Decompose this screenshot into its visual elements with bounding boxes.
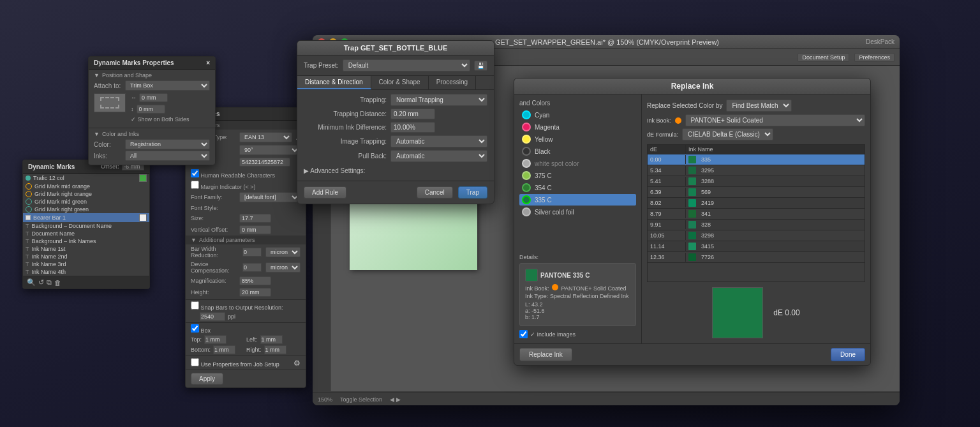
snap-value-input[interactable] bbox=[200, 312, 225, 321]
y-offset-input[interactable] bbox=[137, 105, 165, 114]
inks-select[interactable]: All bbox=[125, 151, 210, 161]
table-row[interactable]: 0.00 335 bbox=[648, 154, 865, 165]
ink-book-label: Ink Book: bbox=[647, 117, 671, 124]
list-item[interactable]: Grid Mark right green bbox=[23, 206, 149, 213]
color-row-magenta[interactable]: Magenta bbox=[519, 121, 636, 133]
table-row[interactable]: 10.05 3298 bbox=[648, 230, 865, 241]
right-input[interactable] bbox=[264, 345, 286, 354]
min-ink-diff-input[interactable] bbox=[390, 122, 435, 133]
attach-to-select[interactable]: Trim Box bbox=[125, 80, 210, 91]
search-icon[interactable]: 🔍 bbox=[27, 278, 36, 287]
human-readable-option: Human Readable Characters bbox=[186, 168, 306, 180]
ink-book-select[interactable]: PANTONE+ Solid Coated bbox=[685, 114, 865, 126]
font-family-select[interactable]: [default font] bbox=[239, 192, 301, 202]
table-row[interactable]: 11.14 3415 bbox=[648, 241, 865, 252]
item-text-icon: T bbox=[26, 223, 29, 229]
device-comp-unit-select[interactable]: micron bbox=[265, 262, 301, 273]
apply-button[interactable]: Apply bbox=[191, 373, 223, 385]
left-input[interactable] bbox=[260, 335, 283, 344]
color-row-silver-foil[interactable]: Silver cold foil bbox=[519, 206, 636, 218]
add-rule-button[interactable]: Add Rule bbox=[304, 186, 346, 199]
table-row[interactable]: 8.79 341 bbox=[648, 209, 865, 220]
color-row-black[interactable]: Black bbox=[519, 146, 636, 157]
trap-button[interactable]: Trap bbox=[458, 186, 487, 199]
dmp-close[interactable]: × bbox=[206, 59, 210, 66]
vertical-offset-input[interactable] bbox=[239, 225, 271, 234]
table-row[interactable]: 5.34 3295 bbox=[648, 165, 865, 176]
margin-indicator-checkbox[interactable] bbox=[191, 181, 199, 189]
color-row-cyan[interactable]: Cyan bbox=[519, 109, 636, 121]
list-item[interactable]: T Ink Name 4th bbox=[23, 268, 149, 276]
image-trapping-label: Image Trapping: bbox=[304, 138, 387, 145]
trapping-select[interactable]: Normal Trapping bbox=[390, 94, 487, 106]
tab-processing[interactable]: Processing bbox=[429, 76, 476, 89]
trapping-distance-input[interactable] bbox=[390, 109, 435, 119]
swatch-icon bbox=[688, 232, 696, 239]
barcode-type-select[interactable]: EAN 13 bbox=[239, 132, 292, 142]
color-row-375c[interactable]: 375 C bbox=[519, 170, 636, 181]
box-checkbox[interactable] bbox=[191, 324, 199, 333]
table-row[interactable]: 8.02 2419 bbox=[648, 198, 865, 209]
done-button[interactable]: Done bbox=[831, 348, 865, 361]
trap-dialog: Trap GET_SET_BOTTLE_BLUE Trap Preset: De… bbox=[297, 40, 494, 204]
pull-back-select[interactable]: Automatic bbox=[390, 150, 487, 162]
table-row[interactable]: 9.91 328 bbox=[648, 220, 865, 230]
height-input[interactable] bbox=[239, 288, 271, 297]
cancel-button[interactable]: Cancel bbox=[417, 186, 453, 199]
list-item[interactable]: T Ink Name 3rd bbox=[23, 260, 149, 268]
ink-table-body: 0.00 335 5.34 3295 5.41 3288 bbox=[647, 154, 865, 282]
replace-by-select[interactable]: Find Best Match bbox=[726, 100, 792, 112]
bar-width-unit-select[interactable]: micron bbox=[265, 247, 301, 257]
artboard-nav[interactable]: ◀ ▶ bbox=[390, 396, 401, 403]
statusbar: 150% Toggle Selection ◀ ▶ bbox=[313, 393, 900, 405]
delete-icon[interactable]: 🗑 bbox=[54, 279, 61, 287]
table-row[interactable]: 5.41 3288 bbox=[648, 176, 865, 187]
table-row[interactable]: 12.36 7726 bbox=[648, 252, 865, 263]
trap-preset-select[interactable]: Default bbox=[343, 59, 470, 71]
advanced-settings-toggle[interactable]: ▶ Advanced Settings: bbox=[304, 165, 487, 177]
rotate-icon[interactable]: ↺ bbox=[38, 278, 44, 287]
color-row-yellow[interactable]: Yellow bbox=[519, 133, 636, 145]
ink-name-cell: 328 bbox=[699, 220, 865, 229]
list-item-bearer-bar[interactable]: Bearer Bar 1 bbox=[23, 213, 149, 222]
list-item[interactable]: T Document Name bbox=[23, 230, 149, 237]
trap-preset-save-btn[interactable]: 💾 bbox=[474, 61, 487, 71]
snap-bars-checkbox[interactable] bbox=[191, 301, 199, 310]
list-item[interactable]: Grid Mark mid orange bbox=[23, 183, 149, 190]
size-input[interactable] bbox=[239, 214, 271, 223]
table-row[interactable]: 6.39 569 bbox=[648, 187, 865, 198]
replace-ink-button[interactable]: Replace Ink bbox=[519, 348, 572, 361]
top-input[interactable] bbox=[204, 335, 226, 344]
tab-distance-direction[interactable]: Distance & Direction bbox=[297, 76, 371, 89]
color-row-white-spot[interactable]: white spot color bbox=[519, 158, 636, 169]
device-comp-input[interactable] bbox=[242, 263, 262, 272]
trap-footer: Add Rule Cancel Trap bbox=[297, 181, 494, 204]
bar-width-input[interactable] bbox=[242, 248, 262, 257]
list-item[interactable]: Trafic 12 col bbox=[23, 174, 149, 183]
settings-gear-icon[interactable]: ⚙ bbox=[293, 359, 301, 368]
bottom-input[interactable] bbox=[213, 345, 235, 354]
list-item[interactable]: T Ink Name 2nd bbox=[23, 253, 149, 260]
color-active-dot bbox=[522, 110, 531, 119]
code-input[interactable] bbox=[239, 158, 290, 167]
preferences-btn[interactable]: Preferences bbox=[854, 53, 895, 62]
duplicate-icon[interactable]: ⧉ bbox=[47, 278, 52, 287]
magnification-input[interactable] bbox=[239, 276, 271, 285]
document-setup-btn[interactable]: Document Setup bbox=[798, 53, 849, 62]
rotation-select[interactable]: 90° bbox=[239, 145, 301, 155]
list-item[interactable]: T Ink Name 1st bbox=[23, 245, 149, 253]
human-readable-checkbox[interactable] bbox=[191, 169, 199, 177]
de-formula-select[interactable]: CIELAB Delta E (Classic) bbox=[682, 128, 773, 140]
color-row-335c[interactable]: 335 C bbox=[519, 194, 636, 206]
list-item[interactable]: T Background – Ink Names bbox=[23, 237, 149, 245]
list-item[interactable]: Grid Mark right orange bbox=[23, 190, 149, 198]
color-row-354c[interactable]: 354 C bbox=[519, 182, 636, 193]
image-trapping-select[interactable]: Automatic bbox=[390, 135, 487, 147]
x-offset-input[interactable] bbox=[139, 93, 168, 102]
color-select[interactable]: Registration bbox=[125, 139, 210, 149]
use-properties-checkbox[interactable] bbox=[191, 358, 199, 366]
list-item[interactable]: Grid Mark mid green bbox=[23, 198, 149, 206]
tab-color-shape[interactable]: Color & Shape bbox=[371, 76, 429, 89]
include-images-checkbox[interactable] bbox=[519, 330, 528, 338]
list-item[interactable]: T Background – Document Name bbox=[23, 222, 149, 230]
